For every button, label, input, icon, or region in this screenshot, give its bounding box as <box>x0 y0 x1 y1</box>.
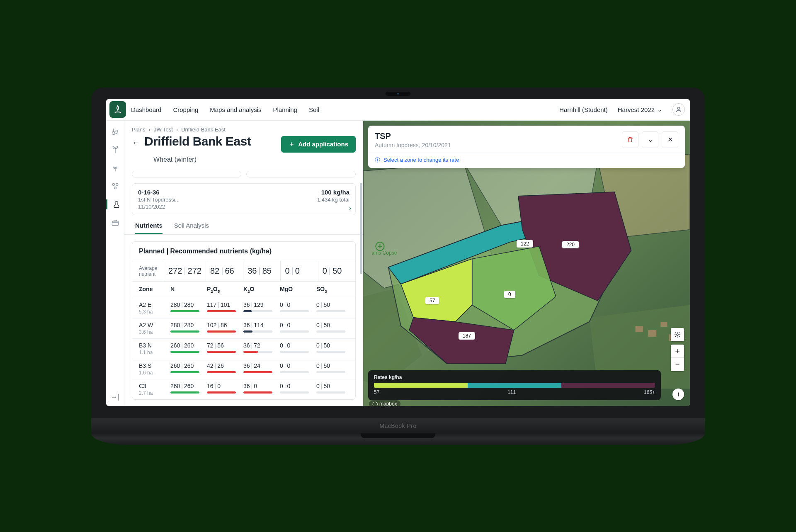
plan-total: 1,434 kg total <box>317 197 349 203</box>
map-panel[interactable]: ams Copse 122 220 0 57 187 TSP Autumn to… <box>363 121 690 406</box>
nutrient-cell: 72|56 <box>207 342 239 353</box>
rail-tractor-icon[interactable] <box>110 126 120 136</box>
delete-button[interactable] <box>622 131 638 148</box>
nav-items: DashboardCroppingMaps and analysisPlanni… <box>131 106 319 113</box>
nutrient-cell: 0|50 <box>316 301 349 312</box>
zoom-in-button[interactable]: ＋ <box>671 345 684 358</box>
app-logo[interactable] <box>109 101 126 118</box>
tabs: Nutrients Soil Analysis <box>124 215 363 235</box>
col-so3: SO3 <box>316 286 349 294</box>
legend-tick: 57 <box>374 389 379 395</box>
table-row[interactable]: C32.7 ha260|26016|036|00|00|50 <box>132 379 355 399</box>
zone-name: A2 W <box>139 322 170 328</box>
table-row[interactable]: B3 N1.1 ha260|26072|5636|720|00|50 <box>132 338 355 359</box>
nav-item-maps-and-analysis[interactable]: Maps and analysis <box>210 106 261 113</box>
nutrient-cell: 36|24 <box>243 362 276 373</box>
nutrient-cell: 0|50 <box>316 362 349 373</box>
nutrient-cell: 0|0 <box>280 301 312 312</box>
svg-point-0 <box>677 107 680 109</box>
breadcrumb-jwtest[interactable]: JW Test <box>154 126 173 133</box>
season-label: Harvest 2022 <box>618 106 655 113</box>
map-info-button[interactable]: i <box>672 389 684 400</box>
laptop-frame: DashboardCroppingMaps and analysisPlanni… <box>91 87 705 445</box>
tab-nutrients[interactable]: Nutrients <box>135 222 163 234</box>
info-icon: ⓘ <box>375 156 380 164</box>
plan-product: 0-16-36 <box>138 189 317 196</box>
plan-rate: 100 kg/ha <box>317 189 349 196</box>
back-arrow-icon[interactable]: ← <box>132 138 140 147</box>
zone-value-57[interactable]: 57 <box>425 297 439 304</box>
nutrient-cell: 36|72 <box>243 342 276 353</box>
mapbox-attribution[interactable]: ◯ mapbox <box>369 400 400 406</box>
collapse-button[interactable]: ⌄ <box>642 131 658 148</box>
nutrient-cell: 280|280 <box>170 301 203 312</box>
zone-area: 3.6 ha <box>139 329 170 335</box>
nav-item-soil[interactable]: Soil <box>309 106 319 113</box>
svg-point-2 <box>116 133 118 134</box>
nutrient-cell: 280|280 <box>170 322 203 333</box>
page-title: Driffield Bank East <box>144 134 277 148</box>
details-panel: Plans› JW Test› Driffield Bank East ← Dr… <box>124 121 363 406</box>
map-zoom-control: ＋ − <box>671 345 684 371</box>
laptop-hinge: MacBook Pro <box>91 418 705 433</box>
avg-cell: 272|272 <box>164 261 206 282</box>
zone-value-0[interactable]: 0 <box>504 291 515 298</box>
ghost-card <box>132 171 241 177</box>
map-settings-button[interactable] <box>671 328 684 341</box>
nutrient-cell: 260|260 <box>170 362 203 373</box>
copse-label: ams Copse <box>371 250 397 256</box>
avg-nutrient-label: Average nutrient <box>132 261 164 282</box>
nav-item-dashboard[interactable]: Dashboard <box>131 106 161 113</box>
top-navbar: DashboardCroppingMaps and analysisPlanni… <box>106 99 690 121</box>
close-button[interactable]: ✕ <box>662 131 678 148</box>
avg-cell: 0|0 <box>280 261 318 282</box>
table-row[interactable]: A2 E5.3 ha280|280117|10136|1290|00|50 <box>132 298 355 318</box>
season-selector[interactable]: Harvest 2022 ⌄ <box>618 106 663 113</box>
user-avatar[interactable] <box>672 103 685 116</box>
screen-bezel: DashboardCroppingMaps and analysisPlanni… <box>91 87 705 418</box>
rail-yield-icon[interactable] <box>110 218 120 228</box>
svg-rect-13 <box>636 326 643 332</box>
legend-tick: 111 <box>507 389 516 395</box>
table-row[interactable]: A2 W3.6 ha280|280102|8636|1140|00|50 <box>132 318 355 338</box>
nutrient-cell: 36|0 <box>243 383 276 394</box>
col-zone: Zone <box>139 286 170 294</box>
avg-cell: 36|85 <box>243 261 280 282</box>
nav-item-planning[interactable]: Planning <box>273 106 297 113</box>
rail-sprout-icon[interactable] <box>110 163 120 173</box>
chevron-right-icon: › <box>349 205 351 211</box>
zone-name: A2 E <box>139 301 170 308</box>
zone-value-187[interactable]: 187 <box>459 332 475 340</box>
legend-segment <box>374 383 468 388</box>
svg-rect-14 <box>648 330 656 337</box>
avg-cell: 0|50 <box>318 261 355 282</box>
zone-value-220[interactable]: 220 <box>562 241 579 248</box>
breadcrumb-plans[interactable]: Plans <box>132 126 146 133</box>
zoom-out-button[interactable]: − <box>671 358 684 371</box>
nutrient-cell: 0|0 <box>280 383 312 394</box>
rail-flask-icon[interactable] <box>106 199 124 209</box>
nutrient-cell: 0|50 <box>316 322 349 333</box>
nutrient-table: Planned | Recommended nutrients (kg/ha) … <box>132 241 356 400</box>
legend-tick: 165+ <box>644 389 655 395</box>
plus-icon: ＋ <box>289 140 295 148</box>
rail-expand-icon[interactable]: →| <box>111 394 119 406</box>
add-applications-button[interactable]: ＋ Add applications <box>281 136 356 153</box>
scrollbar-thumb[interactable] <box>360 183 362 274</box>
zone-value-122[interactable]: 122 <box>517 240 533 248</box>
plan-card[interactable]: 0-16-36 1st N Topdressi... 11/10/2022 10… <box>132 183 356 215</box>
breadcrumb: Plans› JW Test› Driffield Bank East <box>124 121 363 133</box>
table-row[interactable]: B3 S1.6 ha260|26042|2636|240|00|50 <box>132 359 355 379</box>
svg-point-3 <box>112 183 114 185</box>
map-product-card: TSP Autumn topdress, 20/10/2021 ⌄ ✕ <box>368 126 685 168</box>
nutrient-cell: 0|0 <box>280 342 312 353</box>
account-label[interactable]: Harnhill (Student) <box>559 106 608 113</box>
nutrient-cell: 260|260 <box>170 383 203 394</box>
tab-soil-analysis[interactable]: Soil Analysis <box>174 222 209 234</box>
nutrient-cell: 260|260 <box>170 342 203 353</box>
rail-seedling-icon[interactable] <box>110 145 120 155</box>
rail-field-group-icon[interactable] <box>110 181 120 191</box>
col-n: N <box>170 286 203 294</box>
nav-item-cropping[interactable]: Cropping <box>173 106 198 113</box>
svg-point-24 <box>677 334 678 335</box>
